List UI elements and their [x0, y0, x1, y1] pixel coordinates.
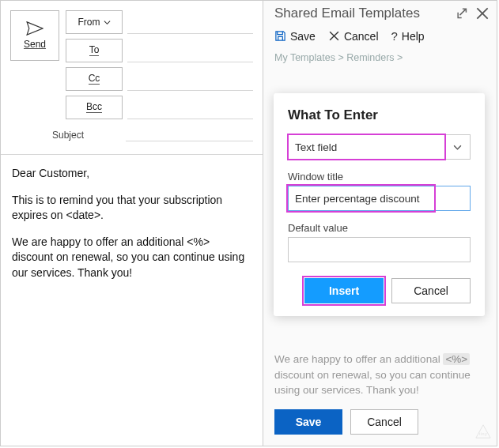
toolbar-cancel[interactable]: Cancel	[328, 30, 379, 43]
popover-title: What To Enter	[288, 107, 471, 123]
cc-input[interactable]	[127, 67, 253, 91]
field-type-select[interactable]: Text field	[288, 134, 445, 160]
to-input[interactable]	[127, 39, 253, 62]
watermark: tiny	[474, 424, 492, 441]
close-icon[interactable]	[476, 8, 489, 19]
body-paragraph-2: We are happy to offer an additional <%> …	[12, 235, 251, 281]
field-type-caret[interactable]	[445, 134, 471, 160]
bcc-input[interactable]	[127, 96, 253, 119]
body-greeting: Dear Customer,	[12, 166, 251, 182]
popover-cancel-button[interactable]: Cancel	[391, 278, 471, 303]
compose-pane: Send From To Cc	[1, 1, 263, 446]
panel-title: Shared Email Templates	[274, 6, 420, 21]
subject-input[interactable]	[126, 130, 253, 141]
body-paragraph-1: This is to remind you that your subscrip…	[12, 193, 251, 224]
from-button[interactable]: From	[66, 10, 123, 34]
send-label: Send	[24, 39, 46, 50]
insert-button[interactable]: Insert	[304, 278, 384, 303]
help-icon: ?	[391, 29, 398, 43]
default-value-label: Default value	[288, 222, 471, 234]
compose-body[interactable]: Dear Customer, This is to remind you tha…	[10, 155, 253, 292]
preview-pre: We are happy to offer an additional	[274, 353, 443, 365]
to-label: To	[89, 45, 100, 56]
chevron-down-icon	[453, 143, 462, 152]
cc-button[interactable]: Cc	[66, 67, 123, 91]
send-icon	[26, 21, 43, 36]
what-to-enter-popover: What To Enter Text field Window title De…	[274, 93, 485, 316]
cc-label: Cc	[89, 73, 100, 85]
window-title-input[interactable]	[288, 186, 471, 211]
from-input[interactable]	[127, 10, 253, 34]
preview-placeholder: <%>	[443, 353, 470, 365]
popout-icon[interactable]	[457, 8, 470, 19]
bcc-label: Bcc	[86, 102, 102, 113]
toolbar-help[interactable]: ? Help	[391, 29, 425, 43]
window-title-label: Window title	[288, 171, 471, 183]
breadcrumb[interactable]: My Templates > Reminders >	[263, 51, 497, 68]
field-type-value: Text field	[295, 141, 337, 153]
toolbar-help-label: Help	[402, 30, 425, 43]
svg-text:tiny: tiny	[479, 431, 487, 436]
breadcrumb-1[interactable]: My Templates	[274, 52, 335, 63]
bcc-button[interactable]: Bcc	[66, 96, 123, 119]
save-icon	[274, 30, 286, 42]
x-icon	[328, 30, 340, 42]
send-button[interactable]: Send	[10, 10, 59, 61]
to-button[interactable]: To	[66, 39, 123, 62]
toolbar-save-label: Save	[290, 30, 316, 43]
toolbar: Save Cancel ? Help	[263, 24, 497, 51]
toolbar-cancel-label: Cancel	[344, 30, 379, 43]
breadcrumb-2[interactable]: Reminders	[346, 52, 394, 63]
toolbar-save[interactable]: Save	[274, 30, 316, 43]
subject-label: Subject	[10, 130, 126, 141]
panel-cancel-button[interactable]: Cancel	[350, 409, 418, 435]
panel-save-button[interactable]: Save	[274, 409, 342, 435]
default-value-input[interactable]	[288, 237, 471, 262]
from-label: From	[78, 17, 100, 28]
preview-post: discount on renewal, so you can continue…	[274, 369, 471, 397]
chevron-down-icon	[104, 19, 111, 26]
